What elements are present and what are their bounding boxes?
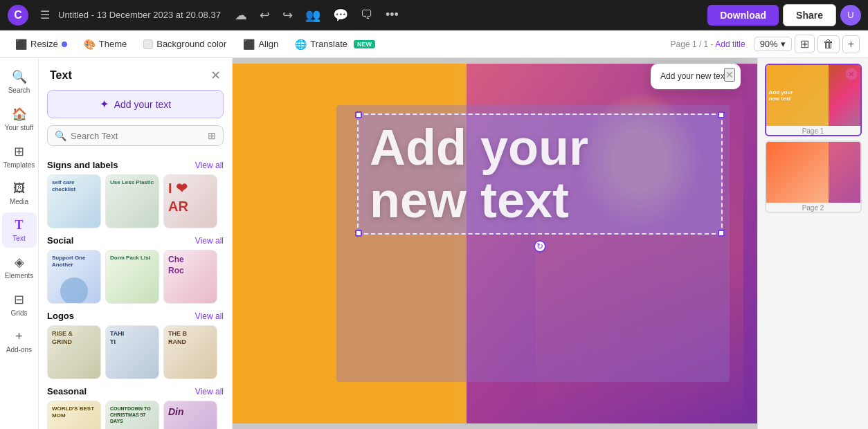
undo-button[interactable]: ↩ [255,5,274,26]
comment-icon: 💬 [333,8,348,23]
resize-handle-bl[interactable] [355,230,362,237]
grids-icon: ⊟ [14,292,24,307]
nav-sidebar: 🔍 Search 🏠 Your stuff ⊞ Templates 🖼 Medi… [0,58,39,429]
templates-icon: ⊞ [14,144,24,159]
add-text-button[interactable]: ✦ Add your text [47,90,224,118]
template-card-mom[interactable]: WORLD'S BEST MOM [47,401,101,429]
more-button[interactable]: ••• [381,5,403,25]
sidebar-item-grids[interactable]: ⊟ Grids [2,286,37,322]
right-panel: ✕ Add yournew text Page 1 Page 2 [757,58,868,429]
main-area: 🔍 Search 🏠 Your stuff ⊞ Templates 🖼 Medi… [0,58,868,429]
share-button[interactable]: Share [783,4,836,26]
sidebar-item-media[interactable]: 🖼 Media [2,176,37,211]
seasonal-grid: WORLD'S BEST MOM COUNTDOWN TO CHRISTMAS … [47,401,224,429]
sidebar-toggle-button[interactable]: ☰ [36,6,54,24]
template-card-plastic[interactable]: Use Less Plastic [105,174,159,228]
redo-icon: ↪ [282,8,293,23]
translate-icon: 🌐 [295,39,307,50]
panel-title: Text [50,69,72,82]
sidebar-item-label: Text [12,235,25,242]
signs-labels-view-all[interactable]: View all [195,161,224,170]
translate-button[interactable]: 🌐 Translate NEW [288,36,382,53]
theme-button[interactable]: 🎨 Theme [77,36,134,53]
activity-button[interactable]: 🗨 [356,5,377,25]
logos-header: Logos View all [47,311,224,321]
logos-view-all[interactable]: View all [195,311,224,321]
collaborators-button[interactable]: 👥 [301,5,325,26]
align-button[interactable]: ⬛ Align [236,36,285,53]
template-card-rise[interactable]: RISE &GRIND [47,325,101,379]
trash-button[interactable]: 🗑 [817,35,840,53]
cloud-save-button[interactable]: ☁ [230,5,251,26]
sidebar-item-your-stuff[interactable]: 🏠 Your stuff [2,101,37,137]
social-grid: Support One Another Dorm Pack List CheRo… [47,250,224,304]
translate-label: Translate [310,39,347,49]
template-card-christmas[interactable]: COUNTDOWN TO CHRISTMAS 97 DAYS [105,401,159,429]
filter-icon[interactable]: ⊞ [208,130,216,141]
canvas-area: Page 1 / 1 - Add title Add your new [233,58,757,429]
elements-icon: ◈ [15,255,24,270]
template-card-the[interactable]: THE BRAND [163,325,217,379]
background-color-label: Background color [156,39,226,49]
template-card-art[interactable]: I ❤AR [163,174,217,228]
redo-button[interactable]: ↪ [278,5,297,26]
thumbnail-page1[interactable]: ✕ Add yournew text Page 1 [765,64,862,136]
search-icon: 🔍 [55,130,66,141]
logos-grid: RISE &GRIND TAHITI THE BRAND [47,325,224,379]
media-icon: 🖼 [13,181,26,196]
template-card-selfcare[interactable]: self care checklist [47,174,101,228]
grid-icon: ⊞ [800,38,809,50]
grid-view-button[interactable]: ⊞ [795,35,815,53]
sidebar-item-elements[interactable]: ◈ Elements [2,249,37,285]
sidebar-item-templates[interactable]: ⊞ Templates [2,138,37,174]
zoom-control[interactable]: 90% ▾ [754,37,792,51]
thumbnail-page2[interactable]: Page 2 [765,140,862,213]
add-title-link[interactable]: Add title [715,39,745,49]
secondary-toolbar: ⬛ Resize 🎨 Theme Background color ⬛ Alig… [0,30,868,58]
trash-icon: 🗑 [823,38,834,50]
zoom-value: 90% [760,39,778,49]
avatar[interactable]: U [840,5,861,26]
template-card-dorm[interactable]: Dorm Pack List [105,250,159,304]
sidebar-item-text[interactable]: T Text [2,212,37,248]
text-cursor-icon: ✦ [100,98,109,111]
panel-close-button[interactable]: ✕ [210,68,221,83]
text-element[interactable]: Add your new text ↻ [357,113,723,235]
sidebar-item-label: Elements [5,272,34,280]
background-color-button[interactable]: Background color [136,36,233,52]
sidebar-item-label: Media [10,198,28,206]
panel-header: Text ✕ [39,58,232,90]
sidebar-item-add-ons[interactable]: + Add-ons [2,324,37,359]
download-button[interactable]: Download [707,5,779,26]
search-input[interactable] [71,131,204,141]
tooltip-close-button[interactable]: ✕ [724,68,735,82]
resize-handle-br[interactable] [718,230,725,237]
add-page-button[interactable]: + [842,35,860,53]
add-text-tooltip: ✕ Add your new text [651,64,741,89]
seasonal-view-all[interactable]: View all [195,387,224,396]
app-logo[interactable]: C [7,4,29,26]
search-bar: 🔍 ⊞ [47,125,224,146]
resize-handle-tl[interactable] [355,111,362,118]
template-card-diner[interactable]: Din [163,401,217,429]
template-card-rock[interactable]: CheRoc [163,250,217,304]
panel-scroll: Signs and labels View all self care chec… [39,153,232,429]
comments-button[interactable]: 💬 [329,5,352,26]
resize-icon: ⬛ [15,39,27,50]
sidebar-item-search[interactable]: 🔍 Search [2,64,37,100]
template-card-support[interactable]: Support One Another [47,250,101,304]
social-title: Social [47,235,73,246]
add-icon: + [848,38,854,50]
sidebar-item-label: Add-ons [6,346,32,354]
text-panel: Text ✕ ✦ Add your text 🔍 ⊞ Signs and lab… [39,58,233,429]
template-card-tahiti[interactable]: TAHITI [105,325,159,379]
sidebar-item-label: Search [8,86,30,94]
add-text-label: Add your text [114,99,172,110]
resize-button[interactable]: ⬛ Resize [8,36,74,53]
resize-handle-tr[interactable] [718,111,725,118]
sidebar-item-label: Your stuff [5,124,34,131]
social-view-all[interactable]: View all [195,236,224,246]
rotate-handle[interactable]: ↻ [534,240,546,253]
signs-labels-header: Signs and labels View all [47,160,224,170]
logos-title: Logos [47,311,74,321]
